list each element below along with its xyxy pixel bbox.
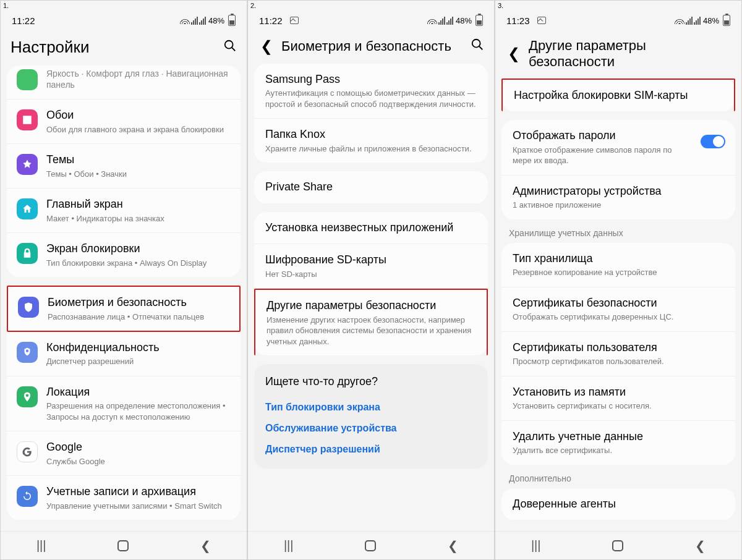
wifi-icon	[675, 17, 684, 24]
settings-row[interactable]: Шифрование SD-картыНет SD-карты	[254, 244, 488, 289]
settings-group: Биометрия и безопасностьРаспознавание ли…	[7, 286, 241, 520]
nav-home[interactable]	[117, 540, 129, 551]
setting-subtitle: 1 активное приложение	[513, 200, 725, 211]
battery-icon	[228, 15, 236, 26]
home-icon	[17, 198, 38, 219]
settings-row[interactable]: Доверенные агенты	[501, 488, 735, 520]
settings-row[interactable]: Другие параметры безопасностиИзменение д…	[254, 289, 488, 355]
settings-group: Доверенные агенты	[501, 488, 735, 520]
settings-row[interactable]: Установить из памятиУстановить сертифика…	[501, 376, 735, 421]
nav-back[interactable]: ❮	[200, 538, 211, 553]
settings-row[interactable]: ОбоиОбои для главного экрана и экрана бл…	[7, 100, 241, 144]
setting-subtitle: Темы • Обои • Значки	[46, 169, 231, 180]
settings-row[interactable]: Отображать паролиКраткое отображение сим…	[501, 120, 735, 175]
battery-icon	[723, 15, 730, 26]
settings-row[interactable]: Удалить учетные данныеУдалить все сертиф…	[501, 421, 735, 465]
section-header: Хранилище учетных данных	[495, 219, 741, 243]
nav-recents[interactable]: |||	[531, 538, 541, 553]
location-icon	[17, 386, 38, 407]
nav-recents[interactable]: |||	[284, 538, 294, 553]
settings-row[interactable]: Яркость · Комфорт для глаз · Навигационн…	[7, 66, 241, 100]
settings-group: Private Share	[254, 171, 488, 203]
setting-title: Папка Knox	[265, 127, 478, 142]
settings-row[interactable]: ТемыТемы • Обои • Значки	[7, 144, 241, 189]
settings-row[interactable]: Samsung PassАутентификация с помощью био…	[254, 64, 488, 119]
header: ❮Биометрия и безопасность	[248, 30, 494, 64]
settings-row[interactable]: Учетные записи и архивацияУправление уче…	[7, 476, 241, 520]
settings-group: Установка неизвестных приложений Шифрова…	[254, 212, 488, 355]
search-button[interactable]	[471, 38, 484, 55]
svg-line-1	[232, 47, 236, 51]
settings-row[interactable]: Установка неизвестных приложений	[254, 212, 488, 244]
setting-title: Samsung Pass	[265, 72, 478, 87]
wifi-icon	[180, 17, 190, 24]
looking-for-panel: Ищете что-то другое?Тип блокировки экран…	[254, 364, 488, 469]
settings-row[interactable]: Private Share	[254, 171, 488, 203]
settings-row[interactable]: КонфиденциальностьДиспетчер разрешений	[7, 332, 241, 376]
setting-title: Google	[46, 440, 231, 454]
shield-icon	[18, 297, 39, 318]
screen-3: 3. 11:23 48% ❮Другие параметры безопасно…	[495, 0, 742, 560]
settings-group: Настройка блокировки SIM-карты	[501, 78, 735, 111]
setting-subtitle: Распознавание лица • Отпечатки пальцев	[48, 312, 229, 323]
settings-row[interactable]: Экран блокировкиТип блокировки экрана • …	[7, 233, 241, 277]
settings-group: Яркость · Комфорт для глаз · Навигационн…	[7, 66, 241, 277]
nav-recents[interactable]: |||	[36, 538, 46, 553]
setting-title: Сертификаты пользователя	[513, 341, 725, 355]
lock-icon	[17, 243, 38, 264]
settings-row[interactable]: Сертификаты безопасностиОтображать серти…	[501, 287, 735, 332]
settings-group: Тип хранилищаРезервное копирование на ус…	[501, 243, 735, 465]
signal-icon-2	[446, 17, 453, 25]
setting-subtitle: Краткое отображение символов пароля по м…	[513, 145, 692, 166]
content-scroll[interactable]: Samsung PassАутентификация с помощью био…	[248, 64, 494, 531]
nav-home[interactable]	[612, 540, 623, 551]
nav-back[interactable]: ❮	[695, 538, 706, 553]
status-bar: 11:22 48%	[248, 11, 494, 30]
settings-row[interactable]: Тип хранилищаРезервное копирование на ус…	[501, 243, 735, 287]
content-scroll[interactable]: Настройка блокировки SIM-карты Отображат…	[495, 78, 741, 531]
wallpaper-icon	[17, 109, 38, 130]
setting-subtitle: Отображать сертификаты доверенных ЦС.	[513, 312, 725, 323]
status-time: 11:23	[506, 15, 530, 26]
settings-row[interactable]: Настройка блокировки SIM-карты	[501, 78, 735, 111]
setting-subtitle: Изменение других настроек безопасности, …	[267, 315, 477, 347]
nav-back[interactable]: ❮	[448, 538, 458, 553]
nav-bar: ||| ❮	[1, 531, 247, 559]
setting-title: Главный экран	[46, 197, 231, 211]
settings-row[interactable]: Биометрия и безопасностьРаспознавание ли…	[7, 286, 241, 332]
setting-title: Локация	[46, 385, 231, 399]
sync-icon	[17, 486, 38, 507]
status-bar: 11:23 48%	[495, 11, 741, 30]
suggestion-link[interactable]: Обслуживание устройства	[265, 418, 477, 439]
settings-row[interactable]: Главный экранМакет • Индикаторы на значк…	[7, 189, 241, 233]
settings-row[interactable]: Папка KnoxХраните личные файлы и приложе…	[254, 119, 488, 163]
toggle-switch[interactable]	[701, 135, 725, 148]
setting-title: Обои	[46, 108, 231, 122]
suggestion-link[interactable]: Тип блокировки экрана	[265, 397, 477, 418]
battery-icon	[475, 15, 483, 26]
settings-row[interactable]: Сертификаты пользователяПросмотр сертифи…	[501, 332, 735, 376]
setting-subtitle: Резервное копирование на устройстве	[513, 267, 725, 278]
battery-pct: 48%	[456, 16, 472, 25]
setting-subtitle: Тип блокировки экрана • Always On Displa…	[46, 258, 231, 269]
back-button[interactable]: ❮	[505, 45, 522, 62]
content-scroll[interactable]: Яркость · Комфорт для глаз · Навигационн…	[1, 66, 247, 531]
signal-icon-1	[686, 17, 693, 25]
suggestion-link[interactable]: Диспетчер разрешений	[265, 439, 477, 460]
setting-subtitle: Управление учетными записями • Smart Swi…	[46, 501, 231, 512]
settings-row[interactable]: GoogleСлужбы Google	[7, 431, 241, 476]
search-button[interactable]	[223, 39, 237, 56]
nav-home[interactable]	[365, 540, 376, 551]
setting-title: Установка неизвестных приложений	[265, 221, 478, 235]
setting-title: Доверенные агенты	[513, 497, 725, 511]
setting-title: Темы	[46, 153, 231, 167]
signal-icon-1	[438, 17, 445, 25]
setting-title: Установить из памяти	[513, 385, 725, 399]
setting-subtitle: Службы Google	[46, 456, 231, 467]
status-time: 11:22	[259, 15, 283, 26]
signal-icon-2	[694, 17, 701, 25]
screenshot-notif-icon	[290, 17, 299, 24]
settings-row[interactable]: ЛокацияРазрешения на определение местопо…	[7, 376, 241, 431]
back-button[interactable]: ❮	[258, 38, 275, 55]
settings-row[interactable]: Администраторы устройства1 активное прил…	[501, 176, 735, 219]
